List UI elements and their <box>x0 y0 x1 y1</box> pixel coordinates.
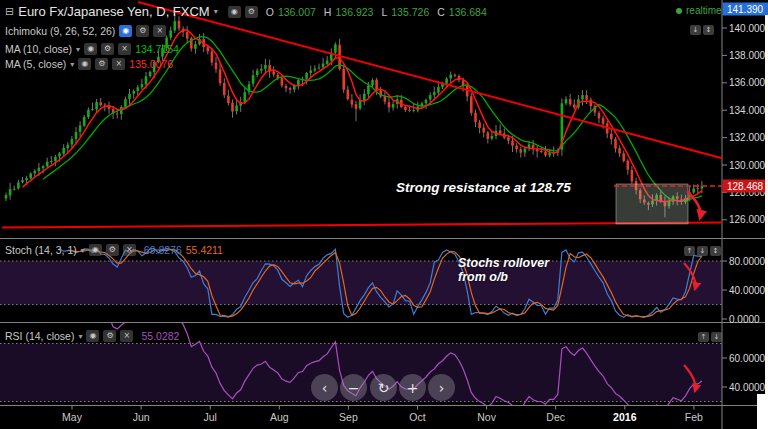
close-icon[interactable]: × <box>153 25 166 37</box>
rsi-label: RSI (14, close) <box>5 330 74 342</box>
gear-icon[interactable]: ⚙ <box>106 244 119 256</box>
svg-text:140.000: 140.000 <box>729 23 766 34</box>
open-key: O <box>266 6 274 18</box>
last-price-tag: 128.468 <box>723 180 768 193</box>
stoch-annotation-line1: Stochs rollover <box>458 256 549 270</box>
gear-icon[interactable]: ⚙ <box>103 330 116 342</box>
svg-text:40.0000: 40.0000 <box>729 285 766 296</box>
svg-text:128.468: 128.468 <box>727 181 764 192</box>
ma10-label: MA (10, close) <box>5 43 72 55</box>
symbol-title: Euro Fx/Japanese Yen, D, FXCM <box>18 4 209 19</box>
svg-text:80.0000: 80.0000 <box>729 256 766 267</box>
pane-arrow-down-button[interactable]: ↓ <box>697 246 708 256</box>
chevron-down-icon[interactable]: ▾ <box>214 7 218 16</box>
low-value: 135.726 <box>391 6 429 18</box>
svg-text:138.000: 138.000 <box>729 50 766 61</box>
nav-forward-button[interactable]: › <box>428 374 455 401</box>
chevron-down-icon[interactable]: ▾ <box>76 45 80 54</box>
eye-icon[interactable]: ◉ <box>89 244 102 256</box>
indicator-row-ma10: MA (10, close) ▾ ◉ ⚙ × 134.7154 <box>5 43 179 55</box>
indicator-row-rsi: RSI (14, close) ▾ ◉ ⚙ × 55.0282 <box>5 330 179 342</box>
pane-arrow-up-button[interactable]: ↑ <box>698 332 709 342</box>
eye-icon[interactable]: ◉ <box>119 25 132 37</box>
nav-back-button[interactable]: ‹ <box>311 374 338 401</box>
collapse-icon[interactable]: ⊟ <box>5 5 14 18</box>
svg-text:Jul: Jul <box>203 411 216 423</box>
ichimoku-label: Ichimoku (9, 26, 52, 26) <box>5 25 115 37</box>
eye-icon[interactable]: ◉ <box>228 6 241 18</box>
chevron-down-icon[interactable]: ▾ <box>81 246 85 255</box>
consolidation-highlight-box[interactable] <box>616 184 688 224</box>
low-key: L <box>381 6 387 18</box>
svg-text:2016: 2016 <box>613 411 637 423</box>
high-key: H <box>324 6 332 18</box>
open-value: 136.007 <box>278 6 316 18</box>
symbol-header: ⊟ Euro Fx/Japanese Yen, D, FXCM ▾ ◉ ⚙ O … <box>5 4 487 19</box>
stoch-annotation: Stochs rollover from o/b <box>458 256 549 284</box>
close-icon[interactable]: × <box>123 244 136 256</box>
time-axis[interactable]: MayJunJulAugSepOctNovDec2016Feb <box>62 406 703 424</box>
pane-arrow-up-button[interactable]: ↑ <box>684 246 695 256</box>
stoch-d-value: 55.4211 <box>186 244 223 256</box>
indicator-row-ichimoku: Ichimoku (9, 26, 52, 26) ◉ ⚙ × <box>5 25 166 37</box>
svg-text:40.0000: 40.0000 <box>729 382 766 393</box>
realtime-dot-icon <box>676 8 682 14</box>
close-value: 136.684 <box>449 6 487 18</box>
indicator-row-stoch: Stoch (14, 3, 1) ▾ ◉ ⚙ × 69.8276 55.4211 <box>5 244 223 256</box>
eye-icon[interactable]: ◉ <box>84 43 97 55</box>
realtime-badge: realtime <box>676 5 722 16</box>
close-key: C <box>437 6 445 18</box>
chart-app: 140.000138.000136.000134.000132.000130.0… <box>0 0 768 429</box>
pane-maximize-button[interactable]: ↕ <box>703 25 714 35</box>
page-corner <box>757 394 768 429</box>
zoom-out-button[interactable]: − <box>340 374 367 401</box>
gear-icon[interactable]: ⚙ <box>245 6 258 18</box>
close-icon[interactable]: × <box>112 58 125 70</box>
realtime-label: realtime <box>686 5 722 16</box>
chevron-down-icon[interactable]: ▾ <box>70 60 74 69</box>
ma5-value: 135.0076 <box>129 58 173 70</box>
svg-text:132.000: 132.000 <box>729 132 766 143</box>
ma5-label: MA (5, close) <box>5 58 66 70</box>
stoch-k-value: 69.8276 <box>144 244 182 256</box>
resistance-trendline[interactable] <box>138 2 722 158</box>
svg-text:141.390: 141.390 <box>727 4 764 15</box>
gear-icon[interactable]: ⚙ <box>95 58 108 70</box>
reset-view-button[interactable]: ↻ <box>370 374 397 401</box>
svg-text:126.000: 126.000 <box>729 214 766 225</box>
indicator-row-ma5: MA (5, close) ▾ ◉ ⚙ × 135.0076 <box>5 58 173 70</box>
price-axis[interactable]: 140.000138.000136.000134.000132.000130.0… <box>722 23 766 393</box>
eye-icon[interactable]: ◉ <box>78 58 91 70</box>
pane-maximize-button[interactable]: ↕ <box>710 246 721 256</box>
pane-arrow-down-button[interactable]: ↓ <box>690 25 701 35</box>
svg-text:May: May <box>62 411 83 423</box>
svg-text:130.000: 130.000 <box>729 160 766 171</box>
svg-text:134.000: 134.000 <box>729 105 766 116</box>
stoch-label: Stoch (14, 3, 1) <box>5 244 77 256</box>
close-icon[interactable]: × <box>120 330 133 342</box>
svg-text:60.0000: 60.0000 <box>729 353 766 364</box>
close-icon[interactable]: × <box>118 43 131 55</box>
gear-icon[interactable]: ⚙ <box>101 43 114 55</box>
stoch-annotation-line2: from o/b <box>458 270 549 284</box>
svg-text:Jun: Jun <box>133 411 150 423</box>
gear-icon[interactable]: ⚙ <box>136 25 149 37</box>
svg-text:Nov: Nov <box>477 411 496 423</box>
svg-text:Dec: Dec <box>546 411 565 423</box>
resistance-annotation: Strong resistance at 128.75 <box>396 180 571 195</box>
svg-text:Sep: Sep <box>339 411 358 423</box>
svg-text:Aug: Aug <box>270 411 289 423</box>
high-price-tag: 141.390 <box>723 3 768 16</box>
eye-icon[interactable]: ◉ <box>86 330 99 342</box>
chevron-down-icon[interactable]: ▾ <box>78 332 82 341</box>
zoom-in-button[interactable]: + <box>399 374 426 401</box>
svg-text:Oct: Oct <box>409 411 425 423</box>
svg-text:Feb: Feb <box>685 411 703 423</box>
high-value: 136.923 <box>335 6 373 18</box>
support-trendline[interactable] <box>2 223 722 228</box>
svg-text:0.0000: 0.0000 <box>729 314 760 325</box>
svg-text:136.000: 136.000 <box>729 77 766 88</box>
rsi-value: 55.0282 <box>141 330 179 342</box>
ma10-value: 134.7154 <box>135 43 179 55</box>
pane-arrow-down-button[interactable]: ↓ <box>711 332 722 342</box>
